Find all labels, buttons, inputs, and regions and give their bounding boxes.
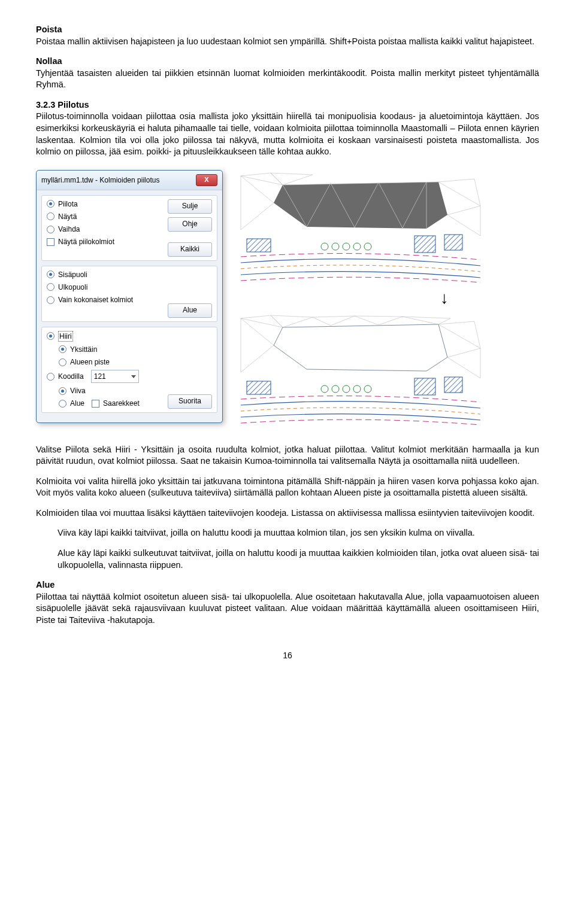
button-alue[interactable]: Alue	[168, 303, 212, 318]
radio-label: Piilota	[58, 199, 78, 209]
svg-point-21	[332, 385, 339, 393]
para-kolmioita: Kolmioita voi valita hiirellä joko yksit…	[36, 476, 539, 499]
radio-label: Viiva	[70, 386, 86, 396]
check-nayta-piilo[interactable]: Näytä piilokolmiot	[47, 237, 114, 247]
page-number: 16	[36, 650, 539, 661]
dialog-title: mylläri.mm1.tdw - Kolmioiden piilotus	[41, 175, 159, 185]
button-sulje[interactable]: Sulje	[168, 199, 212, 214]
svg-point-5	[332, 243, 339, 250]
para-alue-body: Piilottaa tai näyttää kolmiot osoitetun …	[36, 591, 539, 627]
radio-sisa[interactable]: Sisäpuoli	[47, 270, 133, 279]
svg-point-22	[343, 385, 350, 393]
svg-rect-3	[444, 235, 462, 250]
radio-ulko[interactable]: Ulkopuoli	[47, 282, 133, 292]
svg-point-24	[364, 385, 371, 393]
svg-point-20	[321, 385, 328, 393]
radio-alue-inner[interactable]: Alue	[59, 399, 84, 408]
checkbox-icon	[92, 400, 99, 408]
button-ohje[interactable]: Ohje	[168, 217, 212, 232]
checkbox-label: Näytä piilokolmiot	[58, 237, 114, 247]
svg-rect-18	[414, 378, 435, 395]
radio-vaihda[interactable]: Vaihda	[47, 224, 114, 234]
radio-vain[interactable]: Vain kokonaiset kolmiot	[47, 295, 133, 305]
radio-label: Alue	[70, 399, 84, 408]
radio-koodilla[interactable]: Koodilla	[47, 372, 84, 381]
svg-point-8	[364, 243, 371, 250]
heading-nollaa: Nollaa	[36, 56, 539, 68]
section-heading: 3.2.3 Piilotus	[36, 99, 539, 111]
radio-icon	[47, 200, 55, 208]
check-saarekkeet[interactable]: Saarekkeet	[92, 399, 140, 408]
radio-label: Koodilla	[58, 372, 84, 381]
svg-point-7	[353, 243, 361, 250]
radio-piilota[interactable]: Piilota	[47, 199, 114, 209]
close-button[interactable]: X	[196, 174, 217, 186]
radio-label: Hiiri	[58, 331, 73, 342]
svg-point-4	[321, 243, 328, 250]
radio-icon	[47, 296, 55, 304]
svg-rect-17	[247, 381, 271, 394]
checkbox-icon	[47, 238, 55, 246]
button-kaikki[interactable]: Kaikki	[168, 242, 212, 257]
radio-icon	[47, 270, 55, 278]
heading-poista: Poista	[36, 24, 539, 36]
map-before	[235, 170, 486, 284]
figure-row: mylläri.mm1.tdw - Kolmioiden piilotus X …	[36, 170, 539, 426]
radio-alueenpiste[interactable]: Alueen piste	[59, 357, 168, 367]
para-piilotus: Piilotus-toiminnolla voidaan piilottaa o…	[36, 111, 539, 157]
radio-label: Sisäpuoli	[58, 270, 87, 279]
checkbox-label: Saarekkeet	[103, 399, 140, 408]
para-poista: Poistaa mallin aktiivisen hajapisteen ja…	[36, 36, 539, 48]
radio-hiiri[interactable]: Hiiri	[47, 331, 168, 342]
dialog-titlebar: mylläri.mm1.tdw - Kolmioiden piilotus X	[37, 171, 222, 190]
arrow-down-icon: ↓	[440, 290, 449, 306]
button-suorita[interactable]: Suorita	[168, 394, 212, 409]
svg-rect-1	[247, 239, 271, 252]
para-alue-inner: Alue käy läpi kaikki sulkeutuvat taitvii…	[58, 548, 539, 571]
panel-pick: Hiiri Yksittäin Alueen piste	[41, 327, 217, 413]
radio-icon	[47, 283, 55, 291]
radio-nayta[interactable]: Näytä	[47, 212, 114, 221]
radio-icon	[59, 400, 66, 408]
panel-mode: Piilota Näytä Vaihda Näytä piilokolmiot	[41, 195, 217, 261]
radio-label: Näytä	[58, 212, 77, 221]
close-icon: X	[204, 175, 208, 184]
dialog-body: Piilota Näytä Vaihda Näytä piilokolmiot	[37, 190, 222, 423]
radio-label: Vaihda	[58, 224, 80, 234]
svg-point-6	[343, 243, 350, 250]
svg-point-23	[353, 385, 361, 393]
panel-side: Sisäpuoli Ulkopuoli Vain kokonaiset kolm…	[41, 266, 217, 322]
combo-value: 121	[94, 372, 106, 381]
para-viiva: Viiva käy läpi kaikki taitviivat, joilla…	[58, 527, 539, 539]
radio-icon	[47, 373, 55, 381]
radio-label: Vain kokonaiset kolmiot	[58, 295, 133, 305]
map-after	[235, 312, 486, 426]
radio-label: Yksittäin	[70, 345, 97, 354]
indent-block: Viiva käy läpi kaikki taitviivat, joilla…	[36, 527, 539, 571]
radio-label: Alueen piste	[70, 357, 110, 367]
para-kolmioiden: Kolmioiden tilaa voi muuttaa lisäksi käy…	[36, 507, 539, 519]
dialog-piilotus: mylläri.mm1.tdw - Kolmioiden piilotus X …	[36, 170, 223, 423]
radio-viiva[interactable]: Viiva	[59, 386, 168, 396]
radio-yksittain[interactable]: Yksittäin	[59, 345, 168, 354]
svg-rect-2	[414, 236, 435, 253]
radio-label: Ulkopuoli	[58, 282, 87, 292]
chevron-down-icon	[131, 375, 136, 378]
combo-koodi[interactable]: 121	[91, 370, 139, 383]
radio-icon	[59, 387, 66, 395]
para-nollaa: Tyhjentää tasaisten alueiden tai piikkie…	[36, 68, 539, 91]
para-valitse: Valitse Piilota sekä Hiiri - Yksittäin j…	[36, 444, 539, 467]
radio-icon	[59, 358, 66, 366]
svg-rect-19	[444, 377, 462, 393]
map-column: ↓	[235, 170, 486, 426]
radio-icon	[47, 212, 55, 220]
radio-icon	[59, 345, 66, 353]
heading-alue: Alue	[36, 579, 539, 591]
radio-icon	[47, 332, 55, 340]
radio-icon	[47, 226, 55, 233]
